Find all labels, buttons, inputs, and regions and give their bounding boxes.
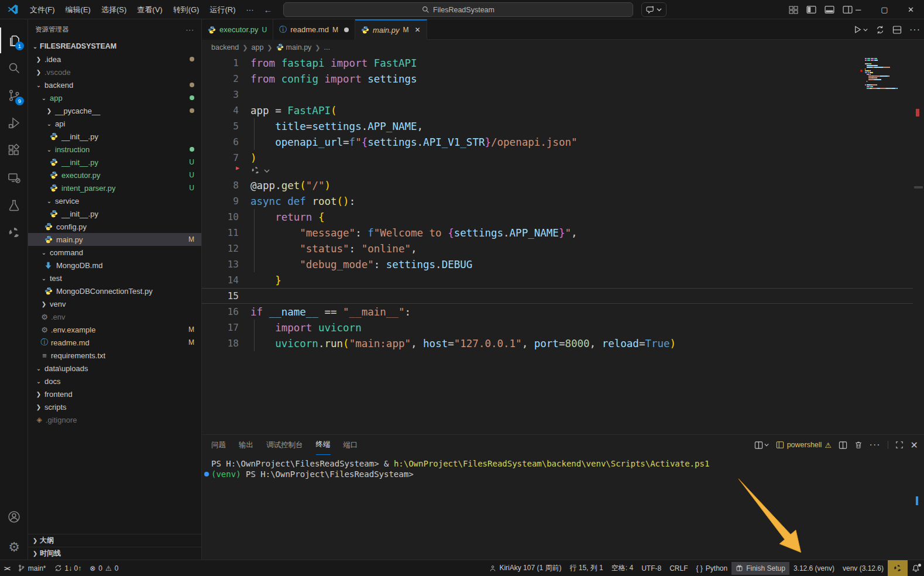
tree-item-executor.py[interactable]: executor.pyU (28, 169, 201, 181)
inline-suggestion-widget[interactable] (250, 166, 270, 176)
menu-r[interactable]: 运行(R) (204, 0, 241, 19)
status-blame-author[interactable]: KiriAky 107 (1 周前) (485, 562, 565, 575)
activity-accounts[interactable] (0, 504, 28, 530)
code-line-12[interactable]: 12 "status": "online", (202, 241, 913, 256)
status-indentation[interactable]: 空格: 4 (607, 562, 637, 575)
tree-item-frontend[interactable]: ❯frontend (28, 388, 201, 400)
tree-item-test[interactable]: ⌄test (28, 272, 201, 284)
tree-item-.gitignore[interactable]: ◈.gitignore (28, 413, 201, 426)
close-panel-icon[interactable]: ✕ (911, 440, 918, 451)
status-git-branch[interactable]: main* (13, 562, 50, 575)
menu-f[interactable]: 文件(F) (25, 0, 60, 19)
tree-item-.env[interactable]: ⚙.env (28, 310, 201, 323)
code-line-17[interactable]: 17 import uvicorn (202, 320, 913, 335)
close-tab-icon[interactable]: ✕ (414, 26, 420, 34)
command-decoration-dot[interactable] (204, 472, 209, 476)
activity-extension-spiral[interactable] (0, 220, 28, 246)
run-python-button[interactable] (853, 25, 868, 34)
back-icon[interactable]: ← (259, 5, 277, 15)
workspace-root-folder[interactable]: ⌄ FILESREADSYSTEAM (28, 40, 201, 53)
tree-item-__pycache__[interactable]: ❯__pycache__ (28, 104, 201, 117)
breakpoint-arrow-icon[interactable]: ▶ (236, 164, 239, 171)
section-时间线[interactable]: ❯时间线 (28, 547, 201, 560)
tree-item-data_uploads[interactable]: ⌄data\uploads (28, 362, 201, 375)
breadcrumb-backend[interactable]: backend (211, 43, 239, 52)
activity-search[interactable] (0, 55, 28, 81)
tree-item-scripts[interactable]: ❯scripts (28, 400, 201, 413)
split-editor-icon[interactable] (892, 25, 902, 35)
status-notifications[interactable] (908, 562, 924, 575)
split-terminal-icon[interactable] (839, 441, 847, 450)
tree-item-venv[interactable]: ❯venv (28, 297, 201, 310)
tree-item-command[interactable]: ⌄command (28, 246, 201, 259)
code-line-2[interactable]: 2from config import settings (202, 71, 913, 87)
code-line-15[interactable]: 15 (202, 288, 913, 304)
more-actions-icon[interactable]: ··· (909, 25, 920, 35)
code-line-10[interactable]: 10 return { (202, 209, 913, 225)
copilot-button[interactable] (641, 2, 667, 17)
tab-main.py[interactable]: main.pyM✕ (355, 19, 427, 40)
tree-item-api[interactable]: ⌄api (28, 117, 201, 130)
trash-icon[interactable] (854, 441, 863, 449)
sync-restart-icon[interactable] (875, 25, 885, 35)
status-venv-indicator[interactable]: venv (3.12.6) (839, 562, 888, 575)
customize-layout-icon[interactable] (789, 5, 798, 15)
tree-item-backend[interactable]: ⌄backend (28, 78, 201, 91)
menu-g[interactable]: 转到(G) (168, 0, 205, 19)
menu-s[interactable]: 选择(S) (96, 0, 132, 19)
tree-item-app[interactable]: ⌄app (28, 91, 201, 104)
maximize-button[interactable]: ▢ (871, 0, 898, 19)
section-大纲[interactable]: ❯大纲 (28, 534, 201, 547)
launch-profile-button[interactable] (754, 441, 769, 450)
sidebar-more-actions[interactable]: ··· (186, 26, 195, 33)
activity-explorer[interactable]: 1 (0, 28, 28, 53)
status-eol[interactable]: CRLF (665, 562, 692, 575)
tab-readme.md[interactable]: ⓘreadme.mdM (273, 19, 355, 40)
tree-item-MongoDB.md[interactable]: MongoDB.md (28, 259, 201, 272)
tree-item-MongoDBConnectionTest.py[interactable]: MongoDBConnectionTest.py (28, 284, 201, 297)
menu-more[interactable]: ··· (241, 0, 259, 19)
code-line-5[interactable]: 5 title=settings.APP_NAME, (202, 118, 913, 134)
code-line-4[interactable]: 4app = FastAPI( (202, 102, 913, 118)
minimap[interactable] (865, 58, 899, 90)
code-line-11[interactable]: 11 "message": f"Welcome to {settings.APP… (202, 225, 913, 241)
activity-testing[interactable] (0, 193, 28, 218)
activity-extensions[interactable] (0, 138, 28, 163)
panel-tab-终端[interactable]: 终端 (316, 435, 331, 455)
minimize-button[interactable]: ─ (845, 0, 871, 19)
tree-item-config.py[interactable]: config.py (28, 220, 201, 233)
command-center-search[interactable]: FilesReadSysteam (283, 2, 633, 17)
scrollbar-thumb[interactable] (914, 186, 923, 188)
code-line-16[interactable]: 16if __name__ == "__main__": (202, 304, 913, 320)
status-remote-indicator[interactable]: >< (0, 562, 13, 575)
code-line-13[interactable]: 13 "debug_mode": settings.DEBUG (202, 256, 913, 272)
tree-item-docs[interactable]: ⌄docs (28, 375, 201, 388)
activity-settings[interactable]: ⚙ (0, 534, 28, 560)
status-encoding[interactable]: UTF-8 (637, 562, 665, 575)
toggle-sidebar-icon[interactable] (806, 5, 816, 15)
dirty-indicator[interactable] (344, 28, 349, 32)
terminal-instance-item[interactable]: powershell ⚠ (776, 441, 832, 450)
menu-v[interactable]: 查看(V) (132, 0, 167, 19)
maximize-panel-icon[interactable] (895, 441, 904, 449)
activity-source-control[interactable]: 9 (0, 83, 28, 108)
tree-item-.idea[interactable]: ❯.idea (28, 53, 201, 66)
menu-e[interactable]: 编辑(E) (60, 0, 96, 19)
code-line-18[interactable]: 18 uvicorn.run("main:app", host="127.0.0… (202, 335, 913, 351)
breadcrumb-main.py[interactable]: main.py (276, 43, 312, 52)
more-actions-icon[interactable]: ··· (870, 440, 881, 450)
status-finish-setup[interactable]: Finish Setup (731, 562, 789, 575)
activity-remote-explorer[interactable] (0, 165, 28, 191)
tree-item-main.py[interactable]: main.pyM (28, 233, 201, 246)
code-line-3[interactable]: 3 (202, 87, 913, 102)
status-python-interpreter[interactable]: 3.12.6 (venv) (789, 562, 839, 575)
status-problems[interactable]: ⊗0⚠0 (85, 562, 122, 575)
status-extension-gold[interactable] (888, 560, 908, 576)
panel-tab-调试控制台[interactable]: 调试控制台 (266, 435, 303, 455)
code-line-8[interactable]: 8@app.get("/") (202, 177, 913, 193)
breadcrumb-...[interactable]: ... (324, 43, 330, 52)
code-editor[interactable]: 1from fastapi import FastAPI2from config… (202, 55, 913, 434)
code-line-1[interactable]: 1from fastapi import FastAPI (202, 55, 913, 71)
tree-item-.env.example[interactable]: ⚙.env.exampleM (28, 323, 201, 336)
tree-item-__init__.py[interactable]: __init__.py (28, 130, 201, 143)
